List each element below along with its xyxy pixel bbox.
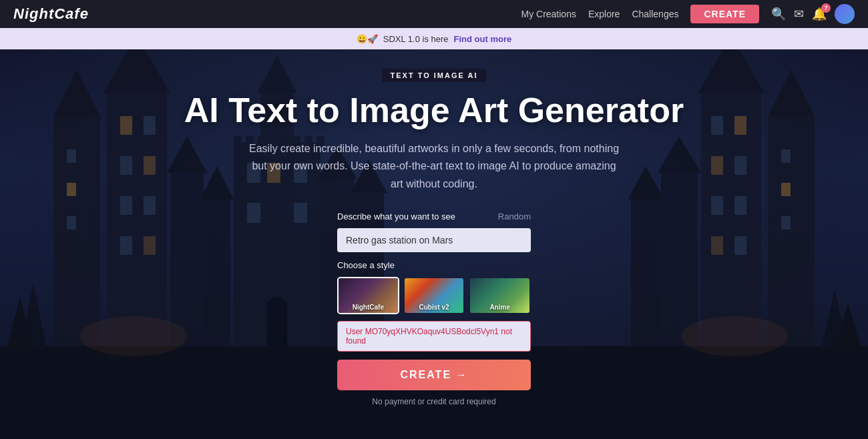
nav-link-challenges[interactable]: Challenges [632,9,678,19]
no-payment-text: No payment or credit card required [337,397,531,406]
navbar: NightCafe My Creations Explore Challenge… [0,0,868,28]
random-link[interactable]: Random [498,211,531,222]
announcement-bar: 😀🚀 SDXL 1.0 is here Find out more [0,28,868,49]
error-message: User MO70yqXHVKOaquv4USBodcl5Vyn1 not fo… [337,321,531,352]
avatar[interactable] [835,4,855,24]
hero-title: AI Text to Image Art Generator [184,91,684,129]
search-icon[interactable]: 🔍 [771,7,786,21]
nav-link-my-creations[interactable]: My Creations [521,9,576,19]
announcement-emoji: 😀🚀 [357,34,378,44]
style-options: NightCafe Cubist v2 Anime [337,277,531,314]
form-area: Describe what you want to see Random Cho… [337,211,531,406]
style-cubist-label: Cubist v2 [405,304,464,311]
style-option-nightcafe[interactable]: NightCafe [337,277,399,314]
nav-create-button[interactable]: CREATE [690,5,759,23]
site-logo[interactable]: NightCafe [13,5,89,23]
style-label: Choose a style [337,260,531,270]
style-nightcafe-label: NightCafe [339,304,398,311]
style-option-cubist[interactable]: Cubist v2 [403,277,465,314]
create-button[interactable]: CREATE → [337,360,531,390]
hero-section: TEXT TO IMAGE AI AI Text to Image Art Ge… [0,49,868,439]
mail-icon[interactable]: ✉ [794,7,804,21]
style-option-anime[interactable]: Anime [469,277,531,314]
nav-link-explore[interactable]: Explore [588,9,620,19]
badge-text: TEXT TO IMAGE AI [382,69,485,82]
navbar-right: My Creations Explore Challenges CREATE 🔍… [521,4,855,24]
hero-subtitle: Easily create incredible, beautiful artw… [247,140,621,193]
bell-badge: 7 [821,3,831,13]
hero-content: TEXT TO IMAGE AI AI Text to Image Art Ge… [0,49,868,439]
style-anime-label: Anime [470,304,529,311]
prompt-input[interactable] [337,228,531,252]
form-label-row: Describe what you want to see Random [337,211,531,222]
announcement-link[interactable]: Find out more [454,34,512,44]
describe-label: Describe what you want to see [337,211,455,222]
announcement-text: SDXL 1.0 is here [383,34,449,44]
bell-icon[interactable]: 🔔 7 [812,7,827,21]
nav-icons: 🔍 ✉ 🔔 7 [771,4,855,24]
